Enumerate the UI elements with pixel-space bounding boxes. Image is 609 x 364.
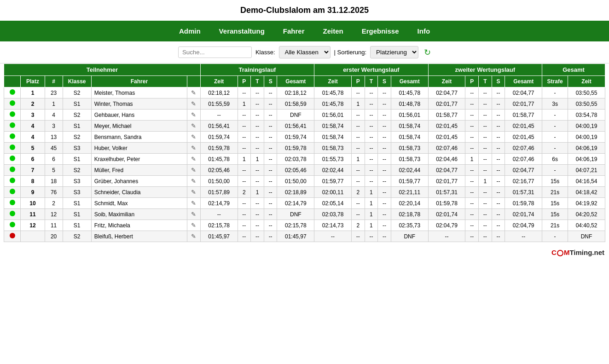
klasse-select[interactable]: Alle KlassenS1S2S3 — [279, 46, 331, 58]
search-input[interactable] — [178, 46, 252, 58]
edit-icon[interactable]: ✎ — [191, 189, 196, 196]
w2-ges: 02:07,46 — [505, 154, 542, 165]
nav-item-fahrer[interactable]: Fahrer — [283, 27, 305, 35]
edit-cell[interactable]: ✎ — [187, 176, 201, 187]
strafe-cell: 21s — [542, 187, 568, 198]
train-ges: 02:05,46 — [277, 165, 314, 176]
w2-t: -- — [479, 143, 492, 154]
w1-zeit: -- — [314, 231, 352, 242]
train-zeit: 01:57,89 — [200, 187, 238, 198]
edit-cell[interactable]: ✎ — [187, 165, 201, 176]
w2-ges: 02:04,79 — [505, 220, 542, 231]
train-ges: DNF — [277, 209, 314, 220]
edit-icon[interactable]: ✎ — [191, 167, 196, 173]
edit-icon[interactable]: ✎ — [191, 144, 196, 151]
w1-p: -- — [351, 132, 365, 143]
table-row: 43S1Meyer, Michael✎01:56,41------01:56,4… — [4, 121, 605, 132]
edit-icon[interactable]: ✎ — [191, 100, 196, 107]
edit-cell[interactable]: ✎ — [187, 98, 201, 110]
edit-cell[interactable]: ✎ — [187, 187, 201, 198]
nav-item-veranstaltung[interactable]: Veranstaltung — [219, 27, 265, 35]
platz-cell: 3 — [21, 110, 45, 121]
fahrer-cell: Winter, Thomas — [91, 98, 187, 110]
edit-cell[interactable]: ✎ — [187, 231, 201, 242]
gesamt-cell: 04:16,54 — [568, 176, 605, 187]
status-dot-cell — [4, 132, 21, 143]
platz-cell: 2 — [21, 98, 45, 110]
w1-ges: 02:18,78 — [391, 209, 428, 220]
strafe-cell: - — [542, 121, 568, 132]
w2-header: zweiter Wertungslauf — [428, 64, 542, 76]
status-dot-cell — [4, 209, 21, 220]
num-cell: 76 — [45, 187, 63, 198]
edit-cell[interactable]: ✎ — [187, 121, 201, 132]
w2-p: -- — [465, 187, 479, 198]
nav-item-info[interactable]: Info — [418, 27, 430, 35]
edit-cell[interactable]: ✎ — [187, 209, 201, 220]
nav-item-admin[interactable]: Admin — [179, 27, 201, 35]
edit-icon[interactable]: ✎ — [191, 178, 196, 185]
edit-icon[interactable]: ✎ — [191, 111, 196, 118]
w1-t: -- — [365, 121, 378, 132]
col-w2-ges: Gesamt — [505, 76, 542, 87]
edit-cell[interactable]: ✎ — [187, 110, 201, 121]
edit-cell[interactable]: ✎ — [187, 87, 201, 98]
status-dot — [10, 189, 15, 194]
edit-icon[interactable]: ✎ — [191, 211, 196, 218]
edit-cell[interactable]: ✎ — [187, 220, 201, 231]
edit-icon[interactable]: ✎ — [191, 89, 196, 96]
w1-t: -- — [365, 143, 378, 154]
train-ges: 01:45,97 — [277, 231, 314, 242]
edit-cell[interactable]: ✎ — [187, 143, 201, 154]
w1-p: -- — [351, 87, 365, 98]
gesamt-cell: 04:00,19 — [568, 132, 605, 143]
platz-cell: 1 — [21, 87, 45, 98]
klasse-cell: S1 — [63, 209, 91, 220]
edit-cell[interactable]: ✎ — [187, 132, 201, 143]
num-cell: 5 — [45, 165, 63, 176]
col-platz: Platz — [21, 76, 45, 87]
w2-ges: 01:57,31 — [505, 187, 542, 198]
train-s: -- — [264, 154, 277, 165]
edit-icon[interactable]: ✎ — [191, 122, 196, 129]
edit-icon[interactable]: ✎ — [191, 133, 196, 140]
nav-item-ergebnisse[interactable]: Ergebnisse — [362, 27, 399, 35]
w2-t: -- — [479, 187, 492, 198]
edit-icon[interactable]: ✎ — [191, 156, 196, 162]
klasse-cell: S2 — [63, 165, 91, 176]
w1-p: -- — [351, 110, 365, 121]
refresh-icon[interactable]: ↻ — [424, 47, 431, 58]
status-dot — [10, 122, 15, 128]
train-p: -- — [238, 143, 251, 154]
klasse-cell: S1 — [63, 198, 91, 209]
w1-zeit: 01:45,78 — [314, 98, 352, 110]
w2-s: -- — [492, 110, 505, 121]
nav-item-zeiten[interactable]: Zeiten — [323, 27, 343, 35]
status-dot — [10, 156, 15, 161]
w2-s: -- — [492, 143, 505, 154]
edit-icon[interactable]: ✎ — [191, 233, 196, 240]
train-zeit: 01:45,97 — [200, 231, 238, 242]
col-w1-p: P — [351, 76, 365, 87]
train-p: -- — [238, 87, 251, 98]
w1-s: -- — [378, 154, 391, 165]
edit-cell[interactable]: ✎ — [187, 154, 201, 165]
w1-header: erster Wertungslauf — [314, 64, 428, 76]
platz-cell — [21, 231, 45, 242]
sortierung-select[interactable]: PlatzierungNameKlasse — [370, 46, 418, 58]
train-t: -- — [251, 165, 264, 176]
train-s: -- — [264, 209, 277, 220]
w2-t: -- — [479, 98, 492, 110]
w1-ges: 01:58,74 — [391, 121, 428, 132]
edit-icon[interactable]: ✎ — [191, 200, 196, 207]
edit-cell[interactable]: ✎ — [187, 198, 201, 209]
w1-p: -- — [351, 143, 365, 154]
w2-s: -- — [492, 154, 505, 165]
w2-s: -- — [492, 132, 505, 143]
col-strafe: Strafe — [542, 76, 568, 87]
platz-cell: 4 — [21, 121, 45, 132]
train-ges: 01:58,59 — [277, 98, 314, 110]
w1-ges: 02:21,11 — [391, 187, 428, 198]
edit-icon[interactable]: ✎ — [191, 222, 196, 229]
train-zeit: 02:05,46 — [200, 165, 238, 176]
